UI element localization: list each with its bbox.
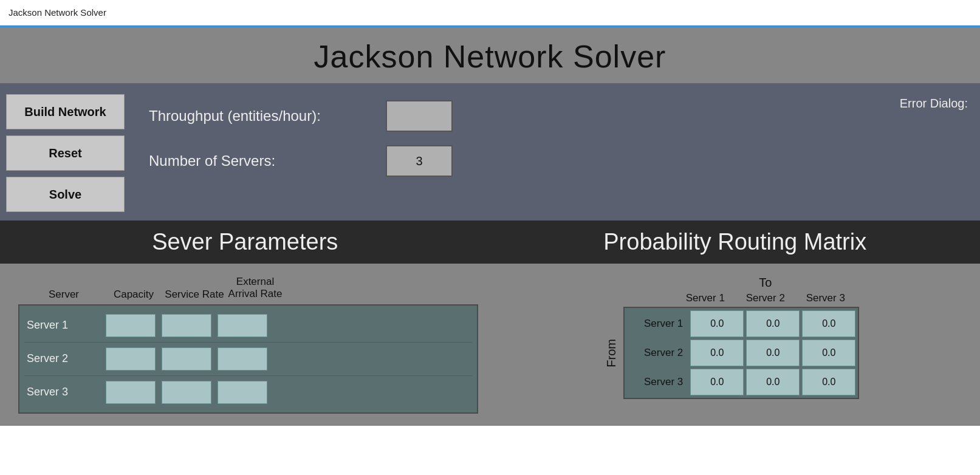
rm-col-headers: Server 1 Server 2 Server 3 <box>676 292 854 304</box>
table-row: Server 3 <box>627 369 855 395</box>
button-column: Build Network Reset Solve <box>6 94 125 212</box>
rm-r3c2[interactable] <box>746 369 800 395</box>
rm-row-label-2: Server 2 <box>627 347 688 359</box>
rm-matrix-wrapper: From Server 1 Server 2 S <box>605 307 859 399</box>
server-2-capacity[interactable] <box>106 347 156 371</box>
server-3-arrival-rate[interactable] <box>218 381 267 404</box>
server-params-panel: Server Capacity Service Rate External Ar… <box>18 276 478 414</box>
control-panel: Build Network Reset Solve Throughput (en… <box>0 83 980 220</box>
section-headers: Sever Parameters Probability Routing Mat… <box>0 220 980 264</box>
server-1-label: Server 1 <box>27 319 100 332</box>
rm-col-header-2: Server 2 <box>736 292 794 304</box>
from-label: From <box>605 339 618 367</box>
to-label: To <box>759 276 772 290</box>
rm-col-header-3: Server 3 <box>797 292 854 304</box>
num-servers-label: Number of Servers: <box>149 152 374 169</box>
num-servers-row: Number of Servers: <box>149 145 453 177</box>
rm-r1c3[interactable] <box>802 310 855 337</box>
bottom-panel: Server Capacity Service Rate External Ar… <box>0 264 980 426</box>
rm-r1c2[interactable] <box>746 310 800 337</box>
rm-r2c3[interactable] <box>802 340 855 366</box>
throughput-row: Throughput (entities/hour): <box>149 100 453 132</box>
server-3-label: Server 3 <box>27 386 100 398</box>
main-header: Jackson Network Solver <box>0 26 980 83</box>
app-title: Jackson Network Solver <box>0 38 980 75</box>
reset-button[interactable]: Reset <box>6 135 125 171</box>
rm-col-header-1: Server 1 <box>676 292 734 304</box>
server-1-arrival-rate[interactable] <box>218 314 267 337</box>
server-3-capacity[interactable] <box>106 381 156 404</box>
rm-row-label-1: Server 1 <box>627 318 688 330</box>
title-bar-text: Jackson Network Solver <box>9 7 106 18</box>
server-2-service-rate[interactable] <box>162 347 211 371</box>
server-params-header: Sever Parameters <box>0 220 490 264</box>
server-2-label: Server 2 <box>27 352 100 365</box>
sp-table-body: Server 1 Server 2 Server 3 <box>18 304 478 414</box>
routing-matrix-header: Probability Routing Matrix <box>490 220 981 264</box>
server-2-arrival-rate[interactable] <box>218 347 267 371</box>
routing-matrix-panel: To Server 1 Server 2 Server 3 From Serve… <box>502 276 962 414</box>
title-bar: Jackson Network Solver <box>0 0 980 26</box>
server-1-service-rate[interactable] <box>162 314 211 337</box>
sp-col-service-rate: Service Rate <box>164 289 225 301</box>
server-1-capacity[interactable] <box>106 314 156 337</box>
solve-button[interactable]: Solve <box>6 177 125 212</box>
build-network-button[interactable]: Build Network <box>6 94 125 129</box>
sp-col-arrival-rate: External Arrival Rate <box>225 276 286 301</box>
server-3-service-rate[interactable] <box>162 381 211 404</box>
table-row: Server 2 <box>627 340 855 366</box>
rm-r3c1[interactable] <box>690 369 744 395</box>
rm-r2c1[interactable] <box>690 340 744 366</box>
num-servers-input[interactable] <box>386 145 453 177</box>
sp-col-capacity: Capacity <box>103 289 164 301</box>
table-row: Server 3 <box>24 376 472 409</box>
throughput-label: Throughput (entities/hour): <box>149 108 374 125</box>
sp-col-server: Server <box>24 289 103 301</box>
table-row: Server 1 <box>24 309 472 343</box>
rm-matrix-box: Server 1 Server 2 Server 3 <box>623 307 859 399</box>
throughput-input[interactable] <box>386 100 453 132</box>
table-row: Server 2 <box>24 343 472 376</box>
error-dialog-label: Error Dialog: <box>900 97 968 110</box>
sp-col-headers: Server Capacity Service Rate External Ar… <box>18 276 478 301</box>
table-row: Server 1 <box>627 310 855 337</box>
rm-r2c2[interactable] <box>746 340 800 366</box>
rm-r3c3[interactable] <box>802 369 855 395</box>
rm-row-label-3: Server 3 <box>627 376 688 388</box>
error-section: Error Dialog: <box>900 97 968 111</box>
params-section: Throughput (entities/hour): Number of Se… <box>149 100 453 177</box>
rm-r1c1[interactable] <box>690 310 744 337</box>
